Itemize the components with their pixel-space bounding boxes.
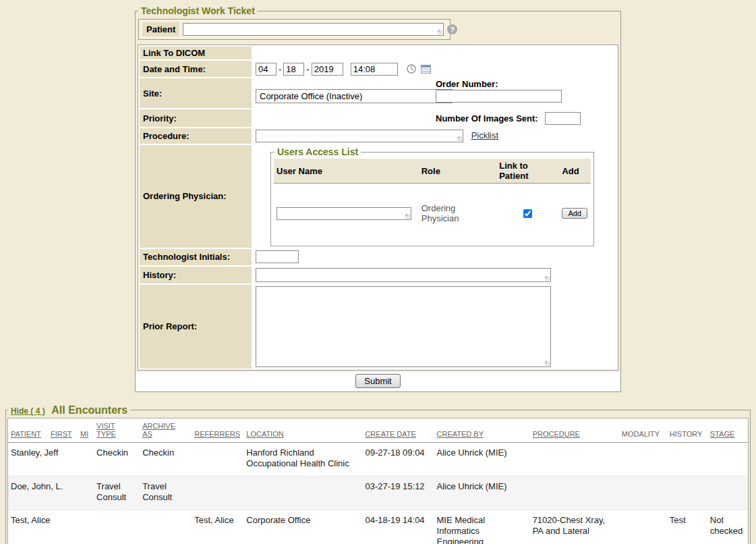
cell-stage xyxy=(707,476,748,510)
column-header-first: FIRST xyxy=(48,418,78,443)
prior-report-label: Prior Report: xyxy=(140,285,252,369)
work-ticket-title: Technologist Work Ticket xyxy=(138,5,258,16)
date-day-input[interactable] xyxy=(283,63,304,76)
date-month-input[interactable] xyxy=(256,63,277,76)
calendar-icon[interactable] xyxy=(421,64,431,74)
ual-role-value: Ordering Physician xyxy=(419,184,496,242)
date-time-label: Date and Time: xyxy=(140,61,252,77)
site-select-value: Corporate Office (Inactive) xyxy=(260,91,362,101)
cell-patient: Stanley, Jeff xyxy=(8,442,94,476)
column-header-history: HISTORY xyxy=(667,418,707,443)
all-encounters-fieldset: Hide ( 4 ) All Encounters PATIENTFIRSTMI… xyxy=(5,404,751,544)
column-header-label-referrers[interactable]: REFERRERS xyxy=(194,430,240,438)
images-sent-label: Number Of Images Sent: xyxy=(436,113,538,124)
order-number-label: Order Number: xyxy=(436,79,571,89)
cell-patient: Doe, John, L. xyxy=(8,476,94,510)
submit-row: Submit xyxy=(136,372,620,391)
submit-button[interactable]: Submit xyxy=(355,374,400,388)
time-input[interactable] xyxy=(351,63,398,76)
column-header-archive_as: ARCHIVE AS xyxy=(140,418,192,443)
help-icon[interactable]: ? xyxy=(447,24,457,34)
column-header-procedure: PROCEDURE xyxy=(530,418,619,443)
column-header-mi: MI xyxy=(78,418,94,443)
date-separator: - xyxy=(306,64,309,74)
images-sent-input[interactable] xyxy=(545,112,581,125)
cell-create_date: 03-27-19 15:12 xyxy=(362,476,434,510)
patient-input[interactable] xyxy=(183,23,444,36)
cell-history: Test xyxy=(667,510,707,544)
link-to-dicom-label: Link To DICOM xyxy=(140,47,252,59)
procedure-input[interactable] xyxy=(256,130,463,142)
history-textarea[interactable] xyxy=(256,268,551,282)
column-header-label-first[interactable]: FIRST xyxy=(51,430,72,438)
work-ticket-table: Link To DICOM Date and Time: - - xyxy=(138,45,618,371)
column-header-created_by: CREATED BY xyxy=(434,418,530,443)
add-user-button[interactable]: Add xyxy=(562,208,587,219)
work-ticket-section: Technologist Work Ticket Patient ? Link … xyxy=(135,5,620,392)
cell-history xyxy=(667,476,707,510)
column-header-location: LOCATION xyxy=(243,418,362,443)
history-label: History: xyxy=(140,267,252,283)
cell-referrers xyxy=(192,442,243,476)
column-header-visit_type: VISIT TYPE xyxy=(94,418,140,443)
cell-procedure: 71020-Chest Xray, PA and Lateral xyxy=(530,510,619,544)
link-to-dicom-value xyxy=(253,47,616,59)
encounter-row[interactable]: Doe, John, L.Travel ConsultTravel Consul… xyxy=(8,476,748,510)
patient-label: Patient xyxy=(142,22,179,36)
column-header-referrers: REFERRERS xyxy=(192,418,243,443)
cell-created_by: Alice Uhrick (MIE) xyxy=(434,442,530,476)
encounter-row[interactable]: Stanley, JeffCheckinCheckinHanford Richl… xyxy=(8,442,748,476)
ual-header-add: Add xyxy=(559,159,591,184)
cell-archive_as: Travel Consult xyxy=(140,476,192,510)
user-name-input[interactable] xyxy=(277,207,411,220)
column-header-label-location[interactable]: LOCATION xyxy=(246,430,283,438)
column-header-create_date: CREATE DATE xyxy=(362,418,434,443)
column-header-label-patient[interactable]: PATIENT xyxy=(11,430,41,438)
users-access-list-title: Users Access List xyxy=(274,146,361,157)
cell-modality xyxy=(619,510,667,544)
cell-archive_as: Checkin xyxy=(140,442,192,476)
ordering-physician-label: Ordering Physician: xyxy=(140,145,252,248)
clock-icon[interactable] xyxy=(407,64,416,74)
prior-report-textarea[interactable] xyxy=(256,286,551,367)
column-header-label-history: HISTORY xyxy=(670,430,703,438)
picklist-link[interactable]: Picklist xyxy=(471,130,498,140)
cell-procedure xyxy=(530,442,619,476)
site-select[interactable]: Corporate Office (Inactive) ▼ xyxy=(256,89,453,103)
encounters-table: PATIENTFIRSTMIVISIT TYPEARCHIVE ASREFERR… xyxy=(8,418,748,544)
site-label: Site: xyxy=(140,78,252,108)
cell-visit_type: Travel Consult xyxy=(94,476,140,510)
cell-modality xyxy=(619,442,667,476)
column-header-label-stage[interactable]: STAGE xyxy=(710,430,734,438)
encounter-row[interactable]: Test, AliceTest, AliceCorporate Office04… xyxy=(8,510,748,544)
column-header-label-procedure[interactable]: PROCEDURE xyxy=(533,430,580,438)
column-header-modality: MODALITY xyxy=(619,418,667,443)
tech-initials-input[interactable] xyxy=(256,250,299,263)
ual-header-link-to-patient: Link to Patient xyxy=(496,159,559,184)
cell-procedure xyxy=(530,476,619,510)
date-year-input[interactable] xyxy=(312,63,343,76)
all-encounters-legend: Hide ( 4 ) All Encounters xyxy=(8,404,130,416)
cell-history xyxy=(667,442,707,476)
encounters-body: Stanley, JeffCheckinCheckinHanford Richl… xyxy=(8,442,748,544)
tech-initials-label: Technologist Initials: xyxy=(140,249,252,265)
procedure-label: Procedure: xyxy=(140,128,252,144)
cell-modality xyxy=(619,476,667,510)
hide-encounters-link[interactable]: Hide ( 4 ) xyxy=(11,406,45,416)
cell-create_date: 04-18-19 14:04 xyxy=(362,510,434,544)
cell-stage: Not checked xyxy=(707,510,748,544)
ual-header-user-name: User Name xyxy=(274,159,419,184)
order-number-input[interactable] xyxy=(436,90,562,103)
cell-stage xyxy=(707,442,748,476)
column-header-label-archive_as[interactable]: ARCHIVE AS xyxy=(142,422,175,438)
column-header-label-mi[interactable]: MI xyxy=(80,430,88,438)
patient-box: Patient ? xyxy=(138,19,450,40)
date-separator: - xyxy=(279,64,281,74)
column-header-label-visit_type[interactable]: VISIT TYPE xyxy=(96,422,116,438)
priority-label: Priority: xyxy=(140,109,252,127)
cell-referrers xyxy=(192,476,243,510)
link-to-patient-checkbox[interactable] xyxy=(523,209,532,218)
column-header-label-created_by[interactable]: CREATED BY xyxy=(437,430,484,438)
cell-visit_type xyxy=(94,510,140,544)
column-header-label-create_date[interactable]: CREATE DATE xyxy=(365,430,415,438)
